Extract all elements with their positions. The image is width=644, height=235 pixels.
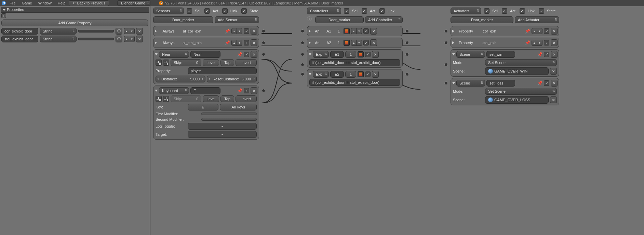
object-name-label[interactable]: Door_marker: [451, 16, 513, 23]
output-socket[interactable]: [262, 29, 265, 33]
filter-link-check[interactable]: [222, 8, 228, 14]
active-check[interactable]: [544, 28, 549, 34]
reset-distance-input[interactable]: ◂Reset Distance:5.000▸: [207, 76, 257, 82]
controller-type-select[interactable]: Exp: [313, 51, 329, 58]
state-expand-icon[interactable]: +: [307, 16, 312, 21]
expand-icon[interactable]: [155, 41, 157, 44]
actuator-type-select[interactable]: Scene: [456, 51, 485, 58]
controller-name-input[interactable]: E2: [330, 71, 344, 78]
pin-icon[interactable]: 📌: [537, 80, 542, 86]
level-button[interactable]: Level: [203, 95, 219, 102]
active-check[interactable]: [244, 40, 249, 45]
reorder-buttons[interactable]: ▲▼: [351, 40, 362, 46]
add-sensor-button[interactable]: Add Sensor: [215, 16, 259, 23]
controller-state-input[interactable]: 1: [345, 71, 356, 78]
pulse-false-icon[interactable]: [163, 96, 169, 102]
input-socket[interactable]: [444, 81, 448, 85]
pin-icon[interactable]: 📌: [525, 28, 530, 34]
output-socket[interactable]: [405, 73, 409, 76]
controller-type-select[interactable]: Exp: [313, 71, 329, 78]
expand-icon[interactable]: [309, 41, 311, 44]
active-check[interactable]: [244, 88, 249, 93]
prop-reorder[interactable]: ▲▼: [124, 28, 135, 34]
expression-input[interactable]: if (cor_exhibit_door != stol_exhibit_doo…: [309, 79, 400, 86]
menu-game[interactable]: Game: [19, 0, 35, 6]
pulse-true-icon[interactable]: [156, 60, 162, 66]
delete-button[interactable]: ✕: [370, 39, 377, 46]
scene-select[interactable]: GAME_OVER_WIN: [485, 67, 549, 75]
properties-header[interactable]: Properties: [1, 7, 149, 13]
reorder-buttons[interactable]: ▲▼: [532, 28, 542, 34]
pin-icon[interactable]: 📌: [225, 40, 230, 45]
invert-button[interactable]: Invert: [236, 59, 257, 66]
expand-icon[interactable]: [452, 41, 454, 44]
actuators-dropdown[interactable]: Actuators: [451, 8, 481, 14]
active-check[interactable]: [544, 40, 549, 45]
back-to-previous-button[interactable]: ↶ Back to Previous: [69, 0, 109, 6]
input-socket[interactable]: [301, 53, 304, 56]
add-actuator-button[interactable]: Add Actuator: [515, 16, 559, 23]
output-socket[interactable]: [262, 53, 265, 56]
expand-icon[interactable]: [452, 30, 454, 32]
expand-icon[interactable]: [309, 30, 311, 32]
target-field[interactable]: •: [188, 131, 257, 138]
prop-delete-button[interactable]: ✕: [136, 28, 143, 35]
reorder-buttons[interactable]: ▲▼: [231, 40, 242, 46]
prop-value-input[interactable]: [78, 38, 114, 40]
active-check[interactable]: [544, 80, 549, 86]
filter-sel-check[interactable]: [484, 8, 489, 14]
filter-act-check[interactable]: [362, 8, 367, 14]
collapse-icon[interactable]: [155, 53, 158, 55]
menu-help[interactable]: Help: [55, 0, 68, 6]
collapse-icon[interactable]: [452, 82, 455, 84]
skip-input[interactable]: Skip:0: [171, 59, 201, 66]
sensor-name-input[interactable]: Near: [190, 51, 220, 58]
input-socket[interactable]: [444, 29, 448, 33]
info-icon[interactable]: ⓘ: [116, 36, 122, 42]
controller-state-input[interactable]: 1: [345, 51, 356, 58]
engine-select[interactable]: Blender Game: [117, 0, 150, 6]
level-button[interactable]: Level: [203, 59, 219, 66]
input-socket[interactable]: [301, 29, 304, 33]
add-panel-button[interactable]: +: [1, 13, 6, 18]
input-socket[interactable]: [301, 63, 304, 66]
actuator-type-select[interactable]: Scene: [456, 80, 485, 87]
property-input[interactable]: player: [188, 67, 257, 74]
output-socket[interactable]: [405, 41, 409, 44]
filter-sel-check[interactable]: [344, 8, 349, 14]
output-socket[interactable]: [262, 41, 265, 44]
active-check[interactable]: [363, 40, 369, 45]
controller-name-input[interactable]: E1: [330, 51, 344, 58]
input-socket[interactable]: [301, 41, 304, 44]
filter-state-check[interactable]: [539, 8, 544, 14]
active-check[interactable]: [365, 52, 371, 57]
pin-icon[interactable]: 📌: [525, 40, 530, 45]
second-modifier-button[interactable]: [201, 118, 257, 121]
state-icon[interactable]: [358, 71, 364, 77]
delete-button[interactable]: ✕: [372, 71, 379, 78]
delete-button[interactable]: ✕: [251, 39, 257, 46]
filter-act-check[interactable]: [204, 8, 210, 14]
sensor-type-select[interactable]: Near: [159, 51, 189, 58]
delete-button[interactable]: ✕: [372, 51, 379, 58]
skip-input[interactable]: Skip:0: [171, 95, 201, 102]
active-check[interactable]: [365, 71, 371, 77]
all-keys-button[interactable]: All Keys: [220, 104, 257, 110]
collapse-icon[interactable]: [309, 73, 311, 75]
pin-icon[interactable]: 📌: [237, 52, 242, 57]
delete-button[interactable]: ✕: [251, 28, 257, 35]
pin-icon[interactable]: 📌: [537, 52, 542, 57]
key-button[interactable]: E: [188, 104, 218, 110]
input-socket[interactable]: [444, 41, 448, 44]
prop-type-select[interactable]: String: [40, 28, 77, 35]
object-name-label[interactable]: Door_marker: [153, 16, 213, 23]
pin-icon[interactable]: 📌: [237, 88, 242, 93]
expression-input[interactable]: if (cor_exhibit_door == stol_exhibit_doo…: [309, 59, 400, 66]
tap-button[interactable]: Tap: [220, 95, 234, 102]
active-check[interactable]: [363, 28, 369, 34]
output-socket[interactable]: [405, 29, 409, 33]
clear-scene-button[interactable]: ✕: [550, 96, 557, 103]
output-socket[interactable]: [262, 89, 265, 92]
delete-button[interactable]: ✕: [551, 51, 558, 58]
invert-button[interactable]: Invert: [236, 95, 257, 102]
